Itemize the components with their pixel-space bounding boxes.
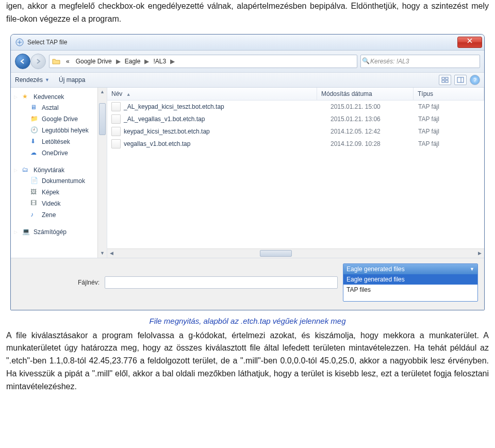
organize-menu[interactable]: Rendezés ▼ xyxy=(15,76,50,84)
breadcrumb-seg-1[interactable]: Google Drive xyxy=(73,58,115,65)
app-icon xyxy=(15,38,24,47)
svg-rect-2 xyxy=(446,77,448,79)
nav-forward-button[interactable] xyxy=(30,54,46,69)
chevron-down-icon: ▼ xyxy=(45,77,50,82)
file-date: 2015.01.21. 13:06 xyxy=(331,115,418,123)
file-name: _AL_keypad_kicsi_teszt.bot.etch.tap xyxy=(124,103,331,110)
folder-icon xyxy=(52,57,61,66)
scroll-up-arrow-icon[interactable]: ▲ xyxy=(98,88,107,96)
search-icon: 🔍 xyxy=(361,57,370,65)
view-mode-button[interactable] xyxy=(439,75,451,85)
filetype-option[interactable]: TAP files xyxy=(343,285,477,295)
sidebar-label: Könyvtárak xyxy=(34,167,64,174)
file-list-header: Név ▲ Módosítás dátuma Típus xyxy=(107,88,484,101)
sidebar-item-videos[interactable]: 🎞 Videók xyxy=(11,198,107,209)
scroll-track[interactable] xyxy=(116,249,475,258)
documents-icon: 📄 xyxy=(30,177,39,185)
file-date: 2014.12.05. 12:42 xyxy=(331,128,418,135)
videos-icon: 🎞 xyxy=(30,200,39,208)
file-date: 2014.12.09. 10:28 xyxy=(331,140,418,147)
filetype-selected[interactable]: Eagle generated files ▼ xyxy=(343,264,477,274)
chevron-right-icon: ▶ xyxy=(115,58,122,65)
sidebar-item-label: Legutóbbi helyek xyxy=(42,127,89,134)
sidebar-item-onedrive[interactable]: ☁ OneDrive xyxy=(11,147,107,159)
organize-label: Rendezés xyxy=(15,76,43,84)
file-name: keypad_kicsi_teszt.bot.etch.tap xyxy=(124,128,331,135)
file-row[interactable]: vegallas_v1.bot.etch.tap 2014.12.09. 10:… xyxy=(107,138,484,150)
sidebar-item-downloads[interactable]: ⬇ Letöltések xyxy=(11,136,107,147)
sidebar-group-libraries[interactable]: ▷ 🗂 Könyvtárak xyxy=(11,164,107,175)
file-name: vegallas_v1.bot.etch.tap xyxy=(124,140,331,147)
doc-paragraph-bottom: A file kiválasztásakor a program felolva… xyxy=(0,329,495,399)
scroll-left-arrow-icon[interactable]: ◀ xyxy=(107,251,116,256)
search-placeholder: Keresés: !AL3 xyxy=(370,58,480,65)
sidebar-item-label: Dokumentumok xyxy=(42,177,85,185)
breadcrumb-seg-2[interactable]: Eagle xyxy=(122,58,144,65)
sidebar-item-gdrive[interactable]: 📁 Google Drive xyxy=(11,113,107,125)
search-input[interactable]: 🔍 Keresés: !AL3 xyxy=(360,55,480,68)
file-type: TAP fájl xyxy=(418,115,480,123)
file-icon xyxy=(111,127,121,136)
desktop-icon: 🖥 xyxy=(30,104,39,112)
library-icon: 🗂 xyxy=(22,166,30,174)
chevron-right-icon: ▶ xyxy=(143,58,150,65)
horizontal-scrollbar[interactable]: ◀ ▶ xyxy=(107,248,484,258)
filetype-option[interactable]: Eagle generated files xyxy=(343,274,477,285)
nav-buttons xyxy=(15,54,46,69)
sidebar-item-label: Asztal xyxy=(42,104,59,111)
scroll-down-arrow-icon[interactable]: ▼ xyxy=(98,249,107,258)
scroll-thumb[interactable] xyxy=(99,103,106,135)
file-name: _AL_vegallas_v1.bot.etch.tap xyxy=(124,115,331,123)
breadcrumb-seg-3[interactable]: !AL3 xyxy=(150,58,169,65)
computer-icon: 💻 xyxy=(22,228,30,236)
svg-rect-1 xyxy=(442,77,444,79)
window-title: Select TAP file xyxy=(27,39,457,46)
help-button[interactable]: ? xyxy=(470,75,480,85)
breadcrumb[interactable]: « Google Drive ▶ Eagle ▶ !AL3 ▶ xyxy=(49,55,357,68)
column-header-name[interactable]: Név ▲ xyxy=(107,88,317,100)
chevron-down-icon: ▼ xyxy=(470,267,474,272)
nav-back-button[interactable] xyxy=(15,54,30,69)
preview-pane-button[interactable] xyxy=(454,75,467,85)
scroll-right-arrow-icon[interactable]: ▶ xyxy=(475,251,484,256)
file-icon xyxy=(111,139,121,148)
figure-caption: File megnyitás, alapból az .etch.tap vég… xyxy=(0,310,495,329)
nav-row: « Google Drive ▶ Eagle ▶ !AL3 ▶ 🔍 Keresé… xyxy=(11,51,484,73)
file-type: TAP fájl xyxy=(418,140,480,147)
filetype-combo[interactable]: Eagle generated files ▼ Eagle generated … xyxy=(343,263,478,302)
svg-rect-3 xyxy=(442,80,444,82)
sidebar-item-label: Letöltések xyxy=(42,138,70,145)
file-row[interactable]: _AL_keypad_kicsi_teszt.bot.etch.tap 2015… xyxy=(107,101,484,113)
filetype-selected-label: Eagle generated files xyxy=(346,266,405,273)
sidebar-group-computer[interactable]: ▷ 💻 Számítógép xyxy=(11,226,107,237)
file-list-pane: Név ▲ Módosítás dátuma Típus _AL_keypad_… xyxy=(107,88,484,258)
file-row[interactable]: _AL_vegallas_v1.bot.etch.tap 2015.01.21.… xyxy=(107,113,484,125)
column-header-type[interactable]: Típus xyxy=(414,88,484,100)
filename-input[interactable] xyxy=(105,276,338,289)
sidebar-group-favorites[interactable]: ▷ ★ Kedvencek xyxy=(11,91,107,102)
filetype-dropdown-list: Eagle generated files TAP files xyxy=(343,274,477,295)
sidebar-scrollbar[interactable]: ▲ ▼ xyxy=(97,88,107,258)
sidebar: ▷ ★ Kedvencek 🖥 Asztal 📁 Google Drive 🕘 … xyxy=(11,88,107,258)
sidebar-item-desktop[interactable]: 🖥 Asztal xyxy=(11,102,107,113)
filename-label: Fájlnév: xyxy=(17,279,100,286)
sidebar-item-music[interactable]: ♪ Zene xyxy=(11,209,107,221)
sidebar-item-documents[interactable]: 📄 Dokumentumok xyxy=(11,175,107,187)
file-icon xyxy=(111,114,121,124)
new-folder-button[interactable]: Új mappa xyxy=(59,76,85,84)
breadcrumb-prefix[interactable]: « xyxy=(63,58,73,65)
svg-rect-4 xyxy=(446,80,448,82)
sidebar-item-label: OneDrive xyxy=(42,150,68,157)
view-icons: ? xyxy=(439,75,480,85)
sidebar-item-label: Képek xyxy=(42,189,59,196)
file-row[interactable]: keypad_kicsi_teszt.bot.etch.tap 2014.12.… xyxy=(107,125,484,138)
scroll-thumb[interactable] xyxy=(260,250,292,257)
sidebar-item-pictures[interactable]: 🖼 Képek xyxy=(11,187,107,198)
close-button[interactable] xyxy=(457,37,482,48)
sort-asc-icon: ▲ xyxy=(126,92,131,97)
pictures-icon: 🖼 xyxy=(30,188,39,196)
sidebar-item-recent[interactable]: 🕘 Legutóbbi helyek xyxy=(11,125,107,136)
column-header-date[interactable]: Módosítás dátuma xyxy=(317,88,414,100)
music-icon: ♪ xyxy=(30,211,39,219)
cloud-icon: ☁ xyxy=(30,149,39,157)
